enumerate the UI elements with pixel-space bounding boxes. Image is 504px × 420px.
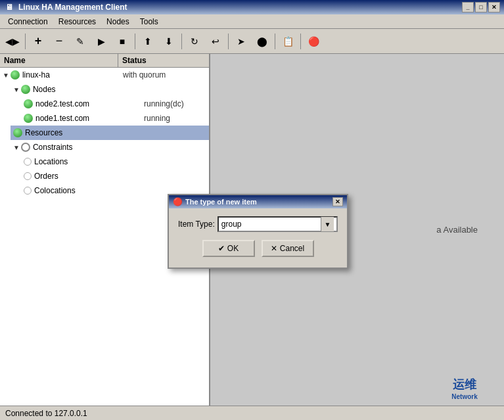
tree-item-node2[interactable]: node2.test.com running(dc) (21, 97, 209, 111)
dialog-ok-btn[interactable]: ✔ OK (202, 240, 255, 257)
statusbar: Connected to 127.0.0.1 (0, 406, 504, 420)
toolbar-sep-2 (135, 34, 135, 49)
tree-item-nodes[interactable]: ▼ Nodes (11, 82, 209, 97)
start-btn[interactable]: ▶ (91, 32, 111, 51)
toolbar-sep-4 (228, 34, 229, 49)
minimize-btn[interactable]: _ (462, 2, 474, 12)
cancel-icon: ✕ (271, 244, 277, 253)
undo-btn[interactable]: ↩ (206, 32, 225, 51)
dialog-icon: 🔴 (173, 197, 183, 206)
offline-btn[interactable]: ⬤ (252, 32, 272, 51)
tree-item-orders[interactable]: Orders (21, 169, 209, 183)
tree-item-constraints[interactable]: ▼ Constraints (11, 140, 209, 154)
colocations-label: Colocations (34, 186, 76, 195)
watermark: 运维 Network (425, 373, 504, 406)
tree-col-name: Name (0, 54, 118, 67)
tree-item-resources[interactable]: Resources (11, 126, 209, 140)
constraints-label: Constraints (33, 143, 73, 152)
dialog-item-type-label: Item Type: (178, 220, 215, 229)
linux-ha-status: with quorum (118, 70, 166, 80)
online-btn[interactable]: ➤ (231, 32, 251, 51)
stop-btn[interactable]: ■ (112, 32, 132, 51)
toolbar-sep-3 (181, 34, 182, 49)
add-btn[interactable]: + (28, 32, 48, 51)
dialog: 🔴 The type of new item ✕ Item Type: grou… (168, 194, 348, 269)
dialog-content: Item Type: group ▼ ✔ OK ✕ Cancel (169, 208, 347, 268)
tree-header: Name Status (0, 54, 209, 68)
tree-item-linux-ha[interactable]: ▼ linux-ha with quorum (0, 68, 209, 82)
maximize-btn[interactable]: □ (475, 2, 487, 12)
dialog-titlebar: 🔴 The type of new item ✕ (169, 195, 347, 208)
menu-connection[interactable]: Connection (3, 16, 53, 28)
toolbar-sep-1 (25, 34, 26, 49)
ok-label: OK (227, 244, 239, 253)
dialog-item-type-row: Item Type: group ▼ (178, 216, 338, 232)
migrate-down-btn[interactable]: ⬇ (159, 32, 179, 51)
config-btn[interactable]: 📋 (278, 32, 298, 51)
dialog-cancel-btn[interactable]: ✕ Cancel (262, 240, 314, 257)
titlebar: 🖥 Linux HA Management Client _ □ ✕ (0, 0, 504, 14)
linux-ha-status-icon (11, 70, 20, 80)
dialog-item-type-select[interactable]: group ▼ (218, 216, 338, 232)
dialog-select-dropdown-btn[interactable]: ▼ (321, 217, 334, 231)
orders-status-icon (24, 172, 32, 180)
refresh-btn[interactable]: ↻ (185, 32, 204, 51)
toolbar-sep-6 (300, 34, 301, 49)
cancel-label: Cancel (280, 244, 304, 253)
app-icon: 🖥 (4, 2, 14, 12)
menu-resources[interactable]: Resources (53, 16, 101, 28)
titlebar-controls: _ □ ✕ (462, 2, 500, 12)
toolbar: ◀▶ + − ✎ ▶ ■ ⬆ ⬇ ↻ ↩ ➤ ⬤ 📋 🔴 (0, 29, 504, 54)
remove-btn[interactable]: − (49, 32, 69, 51)
edit-btn[interactable]: ✎ (70, 32, 90, 51)
watermark-line2: Network (451, 392, 477, 401)
node1-status: running (139, 114, 170, 123)
menu-tools[interactable]: Tools (135, 16, 164, 28)
toolbar-sep-5 (275, 34, 275, 49)
status-text: Connected to 127.0.0.1 (5, 409, 87, 418)
node2-status: running(dc) (139, 99, 184, 108)
dialog-select-value: group (221, 220, 321, 229)
expand-nodes-icon: ▼ (13, 86, 20, 93)
colocations-status-icon (24, 187, 32, 195)
linux-ha-label: linux-ha (22, 70, 50, 80)
tree-item-locations[interactable]: Locations (21, 154, 209, 169)
node2-status-icon (24, 99, 33, 108)
dialog-title: The type of new item (185, 198, 257, 206)
locations-label: Locations (34, 157, 68, 166)
migrate-up-btn[interactable]: ⬆ (138, 32, 158, 51)
dialog-close-btn[interactable]: ✕ (332, 197, 343, 206)
menu-nodes[interactable]: Nodes (101, 16, 135, 28)
locations-status-icon (24, 158, 32, 166)
nodes-label: Nodes (33, 85, 56, 94)
app-title: Linux HA Management Client (18, 3, 127, 12)
close-btn[interactable]: ✕ (488, 2, 500, 12)
nodes-status-icon (21, 85, 30, 94)
tree-col-status: Status (118, 54, 150, 67)
expand-linux-ha-icon: ▼ (3, 72, 9, 79)
dialog-buttons: ✔ OK ✕ Cancel (178, 240, 338, 260)
resources-label: Resources (25, 128, 62, 137)
node2-label: node2.test.com (35, 99, 89, 108)
exit-btn[interactable]: 🔴 (304, 32, 323, 51)
watermark-line1: 运维 (451, 377, 477, 392)
expand-constraints-icon: ▼ (13, 144, 20, 151)
resources-status-icon (13, 128, 22, 137)
nav-btn[interactable]: ◀▶ (3, 32, 22, 51)
right-panel-text: a Available (436, 225, 478, 235)
tree-item-node1[interactable]: node1.test.com running (21, 111, 209, 126)
constraints-status-icon (21, 143, 30, 152)
menubar: Connection Resources Nodes Tools (0, 14, 504, 29)
node1-label: node1.test.com (35, 114, 89, 123)
ok-icon: ✔ (218, 244, 225, 253)
node1-status-icon (24, 114, 33, 123)
orders-label: Orders (34, 172, 58, 181)
